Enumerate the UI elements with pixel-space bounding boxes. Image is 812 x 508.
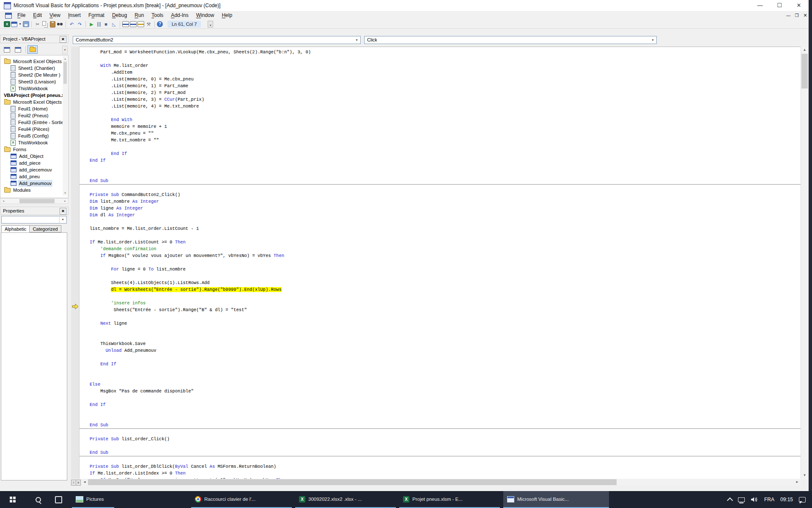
save-icon[interactable] [23, 21, 29, 27]
clock[interactable]: 09:15 [777, 491, 796, 508]
child-minimize-button[interactable]: — [785, 12, 792, 19]
object-browser-icon[interactable] [137, 21, 144, 27]
object-dropdown[interactable]: CommandButton2 ▾ [73, 36, 361, 44]
action-center-button[interactable] [796, 491, 809, 508]
tree-item-add-piecemouv[interactable]: add_piecemouv [0, 166, 68, 173]
project-tree[interactable]: Microsoft Excel ObjectsSheet1 (Chantier)… [0, 55, 69, 198]
task-view-button[interactable] [51, 491, 66, 508]
taskbar-app-projet-pneus-xlsm-e[interactable]: Projet pneus.xlsm - E... [399, 491, 500, 508]
reset-icon[interactable]: ■ [102, 21, 110, 28]
close-button[interactable]: ✕ [792, 0, 806, 11]
insert-userform-icon[interactable] [11, 22, 17, 27]
menu-file[interactable]: File [14, 11, 29, 20]
scrollbar-thumb[interactable] [63, 62, 67, 84]
search-button[interactable] [30, 491, 46, 508]
taskbar-app-raccourci-clavier-de-l[interactable]: Raccourci clavier de l'... [191, 491, 292, 508]
maximize-button[interactable]: ☐ [772, 0, 787, 11]
menu-format[interactable]: Format [85, 11, 108, 20]
break-icon[interactable] [96, 22, 102, 27]
toolbar-options-grip[interactable]: ▾ [208, 21, 213, 28]
chevron-down-icon[interactable]: ▾ [354, 37, 359, 43]
menu-edit[interactable]: Edit [29, 11, 46, 20]
child-close-button[interactable]: ✕ [802, 12, 809, 19]
code-editor[interactable]: Part_mod = WorksheetFunction.VLookup(Me.… [80, 47, 801, 479]
child-restore-button[interactable]: ❐ [793, 12, 800, 19]
tree-item-add-object[interactable]: Add_Object [0, 153, 68, 160]
excel-icon[interactable] [4, 21, 10, 27]
scrollbar-thumb[interactable] [801, 54, 808, 88]
start-button[interactable] [4, 491, 21, 508]
undo-icon[interactable]: ↶ [68, 21, 75, 28]
tree-item-feuil2-pneus[interactable]: Feuil2 (Pneus) [0, 112, 68, 119]
tree-item-microsoft-excel-objects[interactable]: Microsoft Excel Objects [0, 99, 68, 105]
tree-item-feuil4-pi-ces[interactable]: Feuil4 (Pièces) [0, 126, 68, 133]
language-indicator[interactable]: FRA [761, 491, 777, 508]
tree-item-thisworkbook[interactable]: ThisWorkbook [0, 139, 68, 146]
menu-help[interactable]: Help [218, 11, 236, 20]
tree-item-forms[interactable]: Forms [0, 146, 68, 153]
tree-item-vbaproject-projet-pneus-x[interactable]: VBAProject (Projet pneus.x [0, 92, 68, 99]
chevron-down-icon[interactable]: ▾ [650, 37, 656, 43]
tree-item-add-pneumouv[interactable]: Add_pneumouv [0, 180, 68, 187]
taskbar-app-microsoft-visual-basic[interactable]: Microsoft Visual Basic... [503, 491, 609, 508]
minimize-button[interactable]: — [753, 0, 767, 11]
tree-item-add-piece[interactable]: add_piece [0, 160, 68, 166]
scrollbar-thumb[interactable] [88, 479, 617, 485]
scroll-down-icon[interactable]: ▼ [801, 472, 808, 479]
properties-window-icon[interactable] [130, 21, 137, 27]
menu-view[interactable]: View [46, 11, 64, 20]
menu-run[interactable]: Run [131, 11, 148, 20]
menu-tools[interactable]: Tools [148, 11, 167, 20]
project-tree-horizontal-scrollbar[interactable]: ◂ ▸ [0, 198, 69, 204]
tree-item-feuil5-config[interactable]: Feuil5 (Config) [0, 133, 68, 139]
tree-item-sheet3-livraison[interactable]: Sheet3 (Livraison) [0, 78, 68, 85]
tray-chevron-button[interactable] [725, 491, 735, 508]
redo-icon[interactable]: ↷ [76, 21, 83, 28]
tree-item-modules[interactable]: Modules [0, 187, 68, 193]
run-icon[interactable]: ▶ [88, 21, 95, 28]
scroll-up-icon[interactable]: ▴ [63, 56, 68, 61]
menu-insert[interactable]: Insert [64, 11, 85, 20]
chevron-down-icon[interactable]: ▾ [59, 217, 66, 223]
code-vertical-scrollbar[interactable]: ▲ ▼ [801, 47, 808, 479]
properties-list[interactable] [1, 232, 67, 480]
full-module-view-button[interactable]: ≣ [76, 480, 81, 486]
tree-item-thisworkbook[interactable]: ThisWorkbook [0, 85, 68, 92]
menu-addins[interactable]: Add-Ins [167, 11, 192, 20]
tree-item-add-pneu[interactable]: add_pneu [0, 173, 68, 180]
scroll-up-icon[interactable]: ▲ [801, 47, 808, 53]
dropdown-arrow-icon[interactable]: ▾ [18, 21, 22, 28]
menu-window[interactable]: Window [192, 11, 218, 20]
scroll-right-icon[interactable]: ► [794, 479, 801, 486]
tree-item-feuil1-home[interactable]: Feuil1 (Home) [0, 105, 68, 112]
scroll-left-icon[interactable]: ◂ [0, 199, 6, 204]
design-mode-icon[interactable]: ◺ [110, 21, 118, 28]
network-button[interactable] [735, 491, 748, 508]
margin-indicator-bar[interactable] [71, 47, 80, 479]
help-icon[interactable] [157, 21, 163, 27]
toolbox-icon[interactable]: ⚒ [145, 21, 152, 28]
copy-icon[interactable] [42, 21, 49, 28]
tab-alphabetic[interactable]: Alphabetic [1, 225, 30, 232]
cut-icon[interactable]: ✂ [34, 21, 41, 28]
taskbar-app-30092022-xlsx2-xlsx[interactable]: 30092022.xlsx2 .xlsx - ... [295, 491, 396, 508]
scroll-right-icon[interactable]: ▸ [62, 199, 68, 204]
project-tree-vertical-scrollbar[interactable]: ▴ ▾ [63, 56, 68, 196]
project-panel-close-icon[interactable]: ✕ [60, 36, 66, 43]
tree-item-microsoft-excel-objects[interactable]: Microsoft Excel Objects [0, 58, 68, 65]
tree-item-feuil3-entr-e-sortie[interactable]: Feuil3 (Entrée - Sortie) [0, 119, 68, 126]
scroll-down-icon[interactable]: ▾ [63, 190, 68, 196]
toggle-folders-button[interactable] [27, 45, 38, 54]
taskbar-app-pictures[interactable]: Pictures [72, 491, 114, 508]
scroll-left-icon[interactable]: ◄ [81, 479, 88, 486]
properties-object-dropdown[interactable]: ▾ [1, 216, 67, 224]
tab-categorized[interactable]: Categorized [30, 225, 61, 232]
view-object-button[interactable] [13, 45, 23, 54]
menu-debug[interactable]: Debug [108, 11, 131, 20]
tree-item-sheet2-de-meuter[interactable]: Sheet2 (De Meuter ) [0, 72, 68, 78]
code-horizontal-scrollbar[interactable]: ≡ ≣ ◄ ► [71, 479, 801, 486]
panel-scroll-button[interactable]: ▾ [62, 46, 68, 54]
view-code-button[interactable] [2, 45, 12, 54]
paste-icon[interactable] [50, 21, 55, 28]
tree-item-sheet1-chantier[interactable]: Sheet1 (Chantier) [0, 65, 68, 72]
